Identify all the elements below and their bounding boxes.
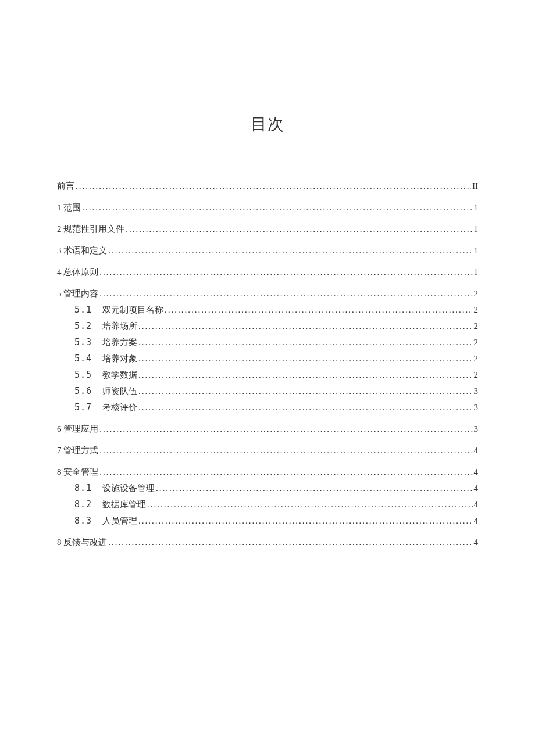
toc-entry: 5 管理内容 2 (57, 288, 478, 299)
toc-page-number: 4 (474, 467, 479, 477)
toc-subentry-number: 5.7 (74, 402, 102, 413)
toc-label: 人员管理 (102, 515, 137, 526)
toc-label: 5 管理内容 (57, 288, 98, 299)
toc-page-number: 2 (474, 305, 479, 315)
toc-label: 培养方案 (102, 337, 137, 348)
toc-label: 培养场所 (102, 321, 137, 332)
toc-leader-dots (138, 321, 473, 331)
toc-label: 1 范围 (57, 202, 81, 213)
toc-leader-dots (99, 289, 472, 299)
toc-page-number: 2 (474, 338, 479, 347)
toc-leader-dots (138, 516, 473, 526)
toc-entry: 8 反馈与改进 4 (57, 537, 478, 548)
toc-leader-dots (108, 538, 472, 547)
toc-page-number: 2 (474, 370, 479, 380)
toc-subentry: 5.2 培养场所 2 (57, 321, 478, 332)
toc-subentry-number: 5.1 (74, 304, 102, 315)
toc-section-5: 5 管理内容 2 5.1 双元制项目名称 2 5.2 培养场所 2 5.3 培养… (57, 288, 478, 413)
toc-leader-dots (138, 338, 473, 347)
toc-label: 3 术语和定义 (57, 245, 107, 256)
toc-subentry-number: 8.2 (74, 499, 102, 510)
toc-label: 培养对象 (102, 353, 137, 364)
toc-page-number: 4 (474, 446, 479, 456)
toc-page-number: 4 (474, 483, 479, 493)
toc-leader-dots (126, 224, 472, 234)
toc-page-number: 1 (474, 267, 479, 277)
toc-subentry: 5.5 教学数据 2 (57, 370, 478, 381)
toc-leader-dots (99, 467, 472, 477)
toc-label: 前言 (57, 181, 74, 192)
toc-label: 8 反馈与改进 (57, 537, 107, 548)
toc-subentry: 5.1 双元制项目名称 2 (57, 304, 478, 316)
toc-leader-dots (108, 246, 472, 256)
toc-page-number: 1 (474, 224, 479, 234)
toc-page-number: 3 (474, 424, 479, 434)
toc-entry: 4 总体原则 1 (57, 267, 478, 278)
toc-label: 数据库管理 (102, 499, 146, 510)
toc-subentry: 8.3 人员管理 4 (57, 515, 478, 526)
toc-label: 6 管理应用 (57, 424, 98, 435)
table-of-contents: 前言 II 1 范围 1 2 规范性引用文件 1 3 术语和定义 1 4 总体原… (57, 181, 478, 548)
toc-leader-dots (147, 500, 473, 510)
toc-leader-dots (138, 370, 473, 380)
toc-label: 2 规范性引用文件 (57, 224, 124, 235)
toc-page-number: 3 (474, 386, 479, 396)
toc-entry: 8 安全管理 4 (57, 467, 478, 478)
toc-page-number: 4 (474, 516, 479, 526)
toc-label: 4 总体原则 (57, 267, 98, 278)
toc-leader-dots (99, 424, 472, 434)
toc-label: 教学数据 (102, 370, 137, 381)
toc-entry: 2 规范性引用文件 1 (57, 224, 478, 235)
toc-entry: 前言 II (57, 181, 478, 192)
toc-subentry-number: 5.2 (74, 321, 102, 331)
toc-page-number: 4 (474, 500, 479, 510)
toc-label: 考核评价 (102, 402, 137, 413)
toc-leader-dots (165, 305, 473, 315)
toc-page-number: 2 (474, 354, 479, 364)
toc-entry: 6 管理应用 3 (57, 424, 478, 435)
toc-label: 8 安全管理 (57, 467, 98, 478)
toc-leader-dots (99, 267, 472, 277)
toc-page-number: 2 (474, 289, 479, 299)
toc-label: 设施设备管理 (102, 483, 155, 494)
toc-entry: 1 范围 1 (57, 202, 478, 213)
toc-subentry-number: 5.5 (74, 370, 102, 380)
toc-subentry: 8.2 数据库管理 4 (57, 499, 478, 510)
toc-subentry-number: 8.1 (74, 483, 102, 493)
toc-page-number: 1 (474, 203, 479, 213)
toc-title: 目次 (57, 113, 478, 135)
toc-section-8: 8 安全管理 4 8.1 设施设备管理 4 8.2 数据库管理 4 8.3 人员… (57, 467, 478, 526)
toc-label: 师资队伍 (102, 386, 137, 397)
toc-leader-dots (138, 354, 473, 364)
toc-page-number: 2 (474, 321, 479, 331)
toc-entry: 7 管理方式 4 (57, 445, 478, 456)
page-container: 目次 前言 II 1 范围 1 2 规范性引用文件 1 3 术语和定义 1 4 … (0, 0, 535, 548)
toc-subentry: 8.1 设施设备管理 4 (57, 483, 478, 494)
toc-subentry-number: 8.3 (74, 515, 102, 526)
toc-subentry: 5.3 培养方案 2 (57, 337, 478, 348)
toc-leader-dots (76, 181, 471, 191)
toc-subentry-number: 5.4 (74, 353, 102, 364)
toc-page-number: 3 (474, 403, 479, 413)
toc-page-number: II (472, 181, 478, 191)
toc-label: 双元制项目名称 (102, 304, 163, 316)
toc-leader-dots (99, 446, 472, 456)
toc-subentry: 5.7 考核评价 3 (57, 402, 478, 413)
toc-subentry-number: 5.3 (74, 337, 102, 347)
toc-label: 7 管理方式 (57, 445, 98, 456)
toc-page-number: 1 (474, 246, 479, 256)
toc-leader-dots (82, 203, 472, 213)
toc-subentry-number: 5.6 (74, 386, 102, 396)
toc-page-number: 4 (474, 538, 479, 547)
toc-leader-dots (156, 483, 473, 493)
toc-subentry: 5.4 培养对象 2 (57, 353, 478, 364)
toc-leader-dots (138, 386, 473, 396)
toc-subentry: 5.6 师资队伍 3 (57, 386, 478, 397)
toc-entry: 3 术语和定义 1 (57, 245, 478, 256)
toc-leader-dots (138, 403, 473, 413)
